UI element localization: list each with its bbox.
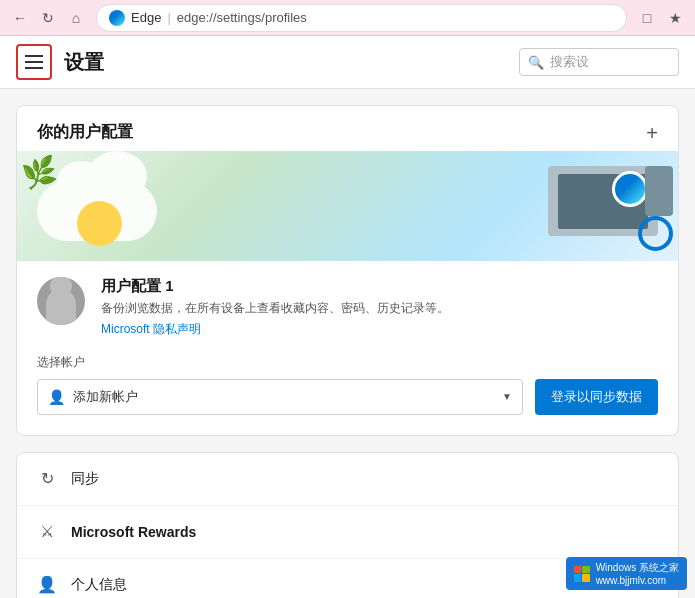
search-placeholder: 搜索设 xyxy=(550,53,589,71)
profile-description: 备份浏览数据，在所有设备上查看收藏内容、密码、历史记录等。 xyxy=(101,300,658,317)
browser-chrome: ← ↻ ⌂ Edge | edge://settings/profiles □ … xyxy=(0,0,695,36)
section-header: 你的用户配置 + xyxy=(17,106,678,151)
browser-actions: □ ★ xyxy=(635,6,687,30)
banner-right-decoration xyxy=(458,151,678,261)
account-row: 👤 添加新帐户 ▼ 登录以同步数据 xyxy=(37,379,658,415)
sync-button[interactable]: 登录以同步数据 xyxy=(535,379,658,415)
avatar xyxy=(37,277,85,325)
search-icon: 🔍 xyxy=(528,55,544,70)
rewards-menu-item[interactable]: ⚔ Microsoft Rewards xyxy=(17,506,678,559)
address-bar[interactable]: Edge | edge://settings/profiles xyxy=(96,4,627,32)
account-text: 添加新帐户 xyxy=(73,388,494,406)
privacy-link[interactable]: Microsoft 隐私声明 xyxy=(101,322,201,336)
profile-banner: 🌿 xyxy=(17,151,678,261)
profile-card: 用户配置 1 备份浏览数据，在所有设备上查看收藏内容、密码、历史记录等。 Mic… xyxy=(17,261,678,354)
address-url: edge://settings/profiles xyxy=(177,10,307,25)
tab-name: Edge xyxy=(131,10,161,25)
edge-favicon xyxy=(109,10,125,26)
settings-page: 设置 🔍 搜索设 你的用户配置 + 🌿 xyxy=(0,36,695,598)
user-profile-section: 你的用户配置 + 🌿 xyxy=(16,105,679,436)
back-button[interactable]: ← xyxy=(8,6,32,30)
settings-content: 你的用户配置 + 🌿 xyxy=(0,89,695,598)
section-title: 你的用户配置 xyxy=(37,122,133,143)
sync-icon: ↻ xyxy=(37,469,57,489)
nav-buttons: ← ↻ ⌂ xyxy=(8,6,88,30)
sun-shape xyxy=(77,201,122,246)
personal-info-icon: 👤 xyxy=(37,575,57,595)
account-dropdown[interactable]: 👤 添加新帐户 ▼ xyxy=(37,379,523,415)
account-label: 选择帐户 xyxy=(37,354,658,371)
refresh-button[interactable]: ↻ xyxy=(36,6,60,30)
sidebar-toggle[interactable]: □ xyxy=(635,6,659,30)
edge-logo-decoration xyxy=(612,171,648,207)
avatar-head xyxy=(50,277,72,297)
windows-logo-icon xyxy=(574,566,590,582)
account-icon: 👤 xyxy=(48,389,65,405)
watermark-text: Windows 系统之家www.bjjmlv.com xyxy=(596,561,679,586)
profile-name: 用户配置 1 xyxy=(101,277,658,296)
dropdown-arrow-icon: ▼ xyxy=(502,391,512,402)
account-selector: 选择帐户 👤 添加新帐户 ▼ 登录以同步数据 xyxy=(17,354,678,435)
banner-left-decoration: 🌿 xyxy=(17,151,217,261)
settings-title: 设置 xyxy=(64,49,519,76)
circle-decoration xyxy=(638,216,673,251)
hamburger-icon xyxy=(25,55,43,69)
home-button[interactable]: ⌂ xyxy=(64,6,88,30)
profile-info: 用户配置 1 备份浏览数据，在所有设备上查看收藏内容、密码、历史记录等。 Mic… xyxy=(101,277,658,338)
settings-search[interactable]: 🔍 搜索设 xyxy=(519,48,679,76)
sync-menu-item[interactable]: ↻ 同步 xyxy=(17,453,678,506)
settings-header: 设置 🔍 搜索设 xyxy=(0,36,695,89)
add-profile-button[interactable]: + xyxy=(646,123,658,143)
menu-toggle-button[interactable] xyxy=(16,44,52,80)
favorites-button[interactable]: ★ xyxy=(663,6,687,30)
rewards-icon: ⚔ xyxy=(37,522,57,542)
phone-device xyxy=(645,166,673,216)
watermark: Windows 系统之家www.bjjmlv.com xyxy=(566,557,687,590)
rewards-label: Microsoft Rewards xyxy=(71,524,196,540)
avatar-silhouette xyxy=(46,289,76,325)
sync-label: 同步 xyxy=(71,470,99,488)
personal-info-label: 个人信息 xyxy=(71,576,127,594)
